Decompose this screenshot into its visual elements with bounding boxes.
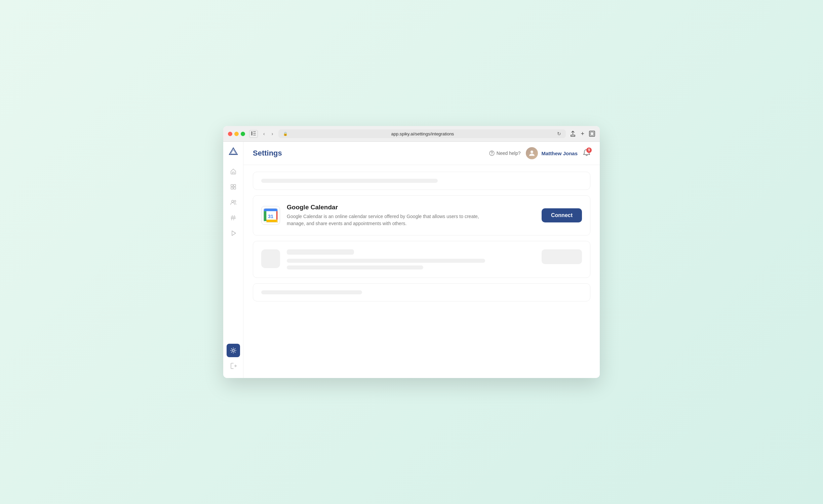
svg-point-19 [232, 349, 234, 351]
browser-chrome: ‹ › 🔒 app.spiky.ai/settings/integrations… [223, 126, 600, 142]
header-right: Need help? Matthew Jonas [489, 147, 590, 159]
skeleton-card-bottom [253, 283, 590, 301]
svg-rect-26 [264, 211, 266, 221]
close-button[interactable] [228, 132, 232, 136]
skeleton-title-1 [287, 249, 354, 255]
svg-rect-8 [231, 184, 233, 186]
page-title: Settings [253, 149, 489, 158]
google-calendar-icon: 31 [261, 206, 280, 225]
top-header: Settings Need help? [243, 142, 600, 165]
svg-rect-0 [251, 131, 252, 135]
page-body: 31 Google Calendar Google Calendar is an… [243, 165, 600, 378]
sidebar-item-settings[interactable] [227, 344, 240, 357]
svg-rect-11 [234, 187, 236, 189]
skeleton-icon-1 [261, 249, 280, 268]
skeleton-line [261, 179, 438, 183]
skeleton-line-bottom [261, 290, 362, 294]
browser-window: ‹ › 🔒 app.spiky.ai/settings/integrations… [223, 126, 600, 378]
svg-marker-6 [229, 148, 237, 155]
sidebar-item-grid[interactable] [227, 180, 240, 194]
svg-line-15 [234, 215, 234, 220]
connect-button[interactable]: Connect [542, 208, 582, 222]
svg-rect-10 [231, 187, 233, 189]
sidebar-nav [227, 165, 240, 344]
svg-marker-18 [232, 231, 236, 236]
app-layout: Settings Need help? [223, 142, 600, 378]
svg-rect-5 [590, 132, 594, 135]
url-text: app.spiky.ai/settings/integrations [290, 131, 555, 136]
skeleton-line-1a [287, 259, 485, 263]
svg-rect-9 [234, 184, 236, 186]
sidebar-item-hashtag[interactable] [227, 211, 240, 224]
svg-point-12 [232, 200, 234, 202]
skeleton-btn-1 [542, 249, 582, 264]
avatar [526, 147, 538, 159]
svg-line-14 [232, 215, 232, 220]
svg-marker-7 [231, 150, 236, 154]
sidebar [223, 142, 243, 378]
forward-button[interactable]: › [270, 130, 275, 137]
skeleton-card-1 [253, 241, 590, 278]
svg-rect-28 [267, 220, 278, 222]
svg-point-22 [531, 151, 533, 153]
share-button[interactable] [570, 131, 576, 137]
svg-point-13 [234, 201, 236, 202]
sidebar-item-team[interactable] [227, 196, 240, 209]
main-content: Settings Need help? [243, 142, 600, 378]
svg-rect-29 [276, 211, 278, 220]
svg-rect-1 [253, 131, 256, 132]
user-section[interactable]: Matthew Jonas [526, 147, 578, 159]
svg-point-21 [492, 154, 492, 155]
new-tab-button[interactable]: + [581, 130, 584, 137]
skeleton-content-1 [287, 249, 535, 269]
traffic-lights [228, 132, 245, 136]
sidebar-item-logout[interactable] [227, 359, 240, 373]
tabs-button[interactable] [589, 131, 595, 137]
need-help-button[interactable]: Need help? [489, 151, 521, 156]
google-calendar-card: 31 Google Calendar Google Calendar is an… [253, 195, 590, 236]
sidebar-toggle-button[interactable] [249, 130, 258, 138]
back-button[interactable]: ‹ [262, 130, 266, 137]
notification-bell[interactable]: 9 [583, 149, 590, 158]
address-bar[interactable]: 🔒 app.spiky.ai/settings/integrations ↻ [278, 129, 566, 138]
svg-rect-25 [264, 210, 278, 211]
sidebar-item-home[interactable] [227, 165, 240, 178]
minimize-button[interactable] [234, 132, 239, 136]
need-help-label: Need help? [497, 151, 521, 156]
skeleton-card-top [253, 172, 590, 190]
integration-description: Google Calendar is an online calendar se… [287, 213, 495, 227]
integration-info: Google Calendar Google Calendar is an on… [287, 204, 535, 227]
integration-name: Google Calendar [287, 204, 535, 211]
sidebar-logo[interactable] [229, 147, 238, 158]
browser-actions: + [570, 130, 595, 137]
reload-button[interactable]: ↻ [557, 131, 561, 136]
svg-rect-27 [264, 220, 266, 221]
svg-text:31: 31 [268, 214, 273, 219]
notification-badge: 9 [586, 148, 592, 153]
skeleton-line-1b [287, 265, 423, 269]
maximize-button[interactable] [241, 132, 245, 136]
sidebar-item-play[interactable] [227, 226, 240, 240]
lock-icon: 🔒 [283, 132, 288, 136]
sidebar-bottom [227, 344, 240, 373]
user-name: Matthew Jonas [541, 151, 578, 156]
svg-rect-2 [253, 133, 256, 134]
svg-rect-3 [253, 135, 256, 135]
